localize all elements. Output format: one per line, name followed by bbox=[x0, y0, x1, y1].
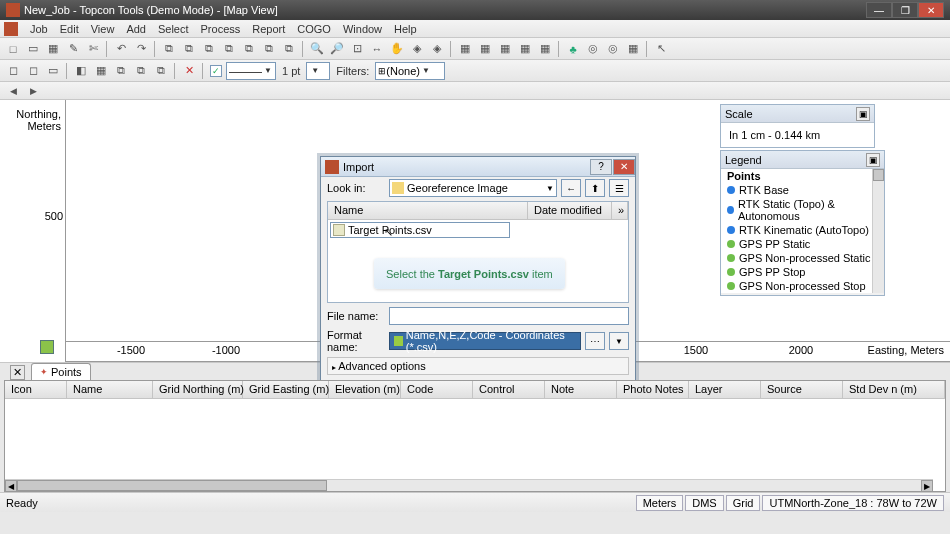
col-source[interactable]: Source bbox=[761, 381, 843, 398]
zoom-icon[interactable]: ↔ bbox=[368, 40, 386, 58]
line-checkbox[interactable]: ✓ bbox=[210, 65, 222, 77]
col-easting[interactable]: Grid Easting (m) bbox=[243, 381, 329, 398]
filename-input[interactable] bbox=[389, 307, 629, 325]
tool-icon[interactable]: ▦ bbox=[496, 40, 514, 58]
format-dropdown-button[interactable]: ▼ bbox=[609, 332, 629, 350]
tool-icon[interactable]: ⧉ bbox=[160, 40, 178, 58]
col-note[interactable]: Note bbox=[545, 381, 617, 398]
col-date[interactable]: Date modified bbox=[528, 202, 612, 219]
legend-scrollbar[interactable] bbox=[872, 169, 884, 293]
tool-icon[interactable]: ◈ bbox=[428, 40, 446, 58]
col-code[interactable]: Code bbox=[401, 381, 473, 398]
dialog-help-button[interactable]: ? bbox=[590, 159, 612, 175]
menu-select[interactable]: Select bbox=[152, 23, 195, 35]
menu-window[interactable]: Window bbox=[337, 23, 388, 35]
menu-cogo[interactable]: COGO bbox=[291, 23, 337, 35]
menu-report[interactable]: Report bbox=[246, 23, 291, 35]
lookin-combo[interactable]: Georeference Image▼ bbox=[389, 179, 557, 197]
back-button[interactable]: ← bbox=[561, 179, 581, 197]
col-photo[interactable]: Photo Notes bbox=[617, 381, 689, 398]
tool-icon[interactable]: ◎ bbox=[604, 40, 622, 58]
tool-icon[interactable]: ▭ bbox=[24, 40, 42, 58]
delete-icon[interactable]: ✕ bbox=[180, 62, 198, 80]
menu-job[interactable]: Job bbox=[24, 23, 54, 35]
pan-icon[interactable]: ✋ bbox=[388, 40, 406, 58]
minimize-button[interactable]: — bbox=[866, 2, 892, 18]
dialog-close-button[interactable]: ✕ bbox=[613, 159, 635, 175]
up-button[interactable]: ⬆ bbox=[585, 179, 605, 197]
panel-close-icon[interactable]: ▣ bbox=[856, 107, 870, 121]
tool-icon[interactable]: ▦ bbox=[456, 40, 474, 58]
col-icon[interactable]: Icon bbox=[5, 381, 67, 398]
tool-icon[interactable]: ◻ bbox=[24, 62, 42, 80]
legend-item[interactable]: GPS PP Stop bbox=[721, 265, 884, 279]
tool-icon[interactable]: ⧉ bbox=[280, 40, 298, 58]
maximize-button[interactable]: ❐ bbox=[892, 2, 918, 18]
tab-points[interactable]: ✦Points bbox=[31, 363, 91, 380]
zoom-in-icon[interactable]: 🔍 bbox=[308, 40, 326, 58]
menu-view[interactable]: View bbox=[85, 23, 121, 35]
panel-close-icon[interactable]: ▣ bbox=[866, 153, 880, 167]
legend-item[interactable]: RTK Base bbox=[721, 183, 884, 197]
tool-icon[interactable]: ▦ bbox=[44, 40, 62, 58]
col-northing[interactable]: Grid Northing (m) bbox=[153, 381, 243, 398]
scrollbar-thumb[interactable] bbox=[17, 480, 327, 491]
scroll-left-icon[interactable]: ◀ bbox=[5, 480, 17, 492]
line-style-combo[interactable]: ———▼ bbox=[226, 62, 276, 80]
advanced-options[interactable]: ▸ Advanced options bbox=[327, 357, 629, 375]
menu-process[interactable]: Process bbox=[195, 23, 247, 35]
col-stddev[interactable]: Std Dev n (m) bbox=[843, 381, 945, 398]
tool-icon[interactable]: ▦ bbox=[476, 40, 494, 58]
tool-icon[interactable]: □ bbox=[4, 40, 22, 58]
format-edit-button[interactable]: ⋯ bbox=[585, 332, 605, 350]
tool-icon[interactable]: ▦ bbox=[536, 40, 554, 58]
format-combo[interactable]: Name,N,E,Z,Code - Coordinates (*.csv) bbox=[389, 332, 581, 350]
tool-icon[interactable]: ⧉ bbox=[260, 40, 278, 58]
tool-icon[interactable]: ✄ bbox=[84, 40, 102, 58]
menu-edit[interactable]: Edit bbox=[54, 23, 85, 35]
tool-icon[interactable]: ✎ bbox=[64, 40, 82, 58]
legend-item[interactable]: RTK Kinematic (AutoTopo) bbox=[721, 223, 884, 237]
grid-hscroll[interactable]: ◀ ▶ bbox=[5, 479, 933, 491]
tool-icon[interactable]: ⧉ bbox=[132, 62, 150, 80]
col-name[interactable]: Name bbox=[67, 381, 153, 398]
col-layer[interactable]: Layer bbox=[689, 381, 761, 398]
views-button[interactable]: ☰ bbox=[609, 179, 629, 197]
legend-item[interactable]: GPS PP Static bbox=[721, 237, 884, 251]
nav-next-icon[interactable]: ▶ bbox=[24, 82, 42, 100]
tool-icon[interactable]: ◻ bbox=[4, 62, 22, 80]
tool-icon[interactable]: ⧉ bbox=[240, 40, 258, 58]
tool-icon[interactable]: ⧉ bbox=[200, 40, 218, 58]
col-elevation[interactable]: Elevation (m) bbox=[329, 381, 401, 398]
tool-icon[interactable]: ♣ bbox=[564, 40, 582, 58]
col-name[interactable]: Name bbox=[328, 202, 528, 219]
map-origin-icon[interactable] bbox=[40, 340, 54, 354]
tool-icon[interactable]: ◈ bbox=[408, 40, 426, 58]
menu-help[interactable]: Help bbox=[388, 23, 423, 35]
more-cols-button[interactable]: » bbox=[612, 202, 628, 219]
pt-combo[interactable]: ▼ bbox=[306, 62, 330, 80]
close-button[interactable]: ✕ bbox=[918, 2, 944, 18]
menu-add[interactable]: Add bbox=[120, 23, 152, 35]
tool-icon[interactable]: ▦ bbox=[624, 40, 642, 58]
tool-icon[interactable]: ▭ bbox=[44, 62, 62, 80]
tab-close-icon[interactable]: ✕ bbox=[10, 365, 25, 380]
col-control[interactable]: Control bbox=[473, 381, 545, 398]
tool-icon[interactable]: ↶ bbox=[112, 40, 130, 58]
tool-icon[interactable]: ▦ bbox=[516, 40, 534, 58]
status-units[interactable]: Meters bbox=[636, 495, 684, 511]
tool-icon[interactable]: ◎ bbox=[584, 40, 602, 58]
zoom-out-icon[interactable]: 🔎 bbox=[328, 40, 346, 58]
tool-icon[interactable]: ↷ bbox=[132, 40, 150, 58]
tool-icon[interactable]: ▦ bbox=[92, 62, 110, 80]
scrollbar-thumb[interactable] bbox=[873, 169, 884, 181]
legend-item[interactable]: GPS Non-processed Stop bbox=[721, 279, 884, 293]
zoom-icon[interactable]: ⊡ bbox=[348, 40, 366, 58]
tool-icon[interactable]: ◧ bbox=[72, 62, 90, 80]
legend-item[interactable]: RTK Static (Topo) & Autonomous bbox=[721, 197, 884, 223]
tool-icon[interactable]: ⧉ bbox=[152, 62, 170, 80]
scroll-right-icon[interactable]: ▶ bbox=[921, 480, 933, 492]
pointer-icon[interactable]: ↖ bbox=[652, 40, 670, 58]
status-coord[interactable]: Grid bbox=[726, 495, 761, 511]
status-projection[interactable]: UTMNorth-Zone_18 : 78W to 72W bbox=[762, 495, 944, 511]
